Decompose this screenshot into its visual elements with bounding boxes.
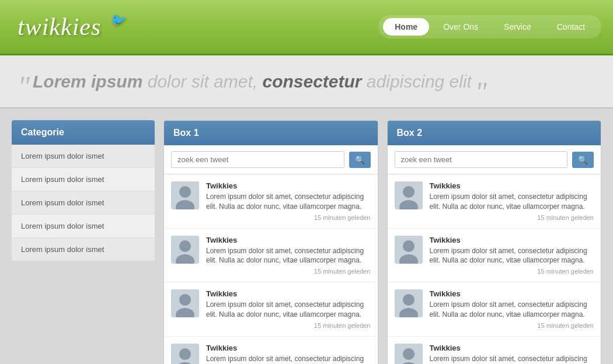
tweet-content: Twikkies Lorem ipsum dolor sit amet, con… (206, 236, 371, 275)
svg-point-7 (179, 294, 191, 306)
tweet-time: 15 minuten geleden (430, 268, 594, 275)
tweet-name: Twikkies (430, 236, 594, 244)
box2-tweet-3: Twikkies Lorem ipsum dolor sit amet, con… (388, 282, 601, 337)
svg-point-4 (179, 240, 191, 252)
quote-banner: "Lorem ipsum dolor sit amet, consectetur… (0, 55, 613, 108)
avatar (171, 289, 199, 317)
avatar-icon (395, 289, 423, 317)
sidebar-item-2[interactable]: Lorem ipsum dolor ismet (12, 168, 155, 191)
tweet-time: 15 minuten geleden (206, 214, 371, 221)
avatar (395, 236, 423, 264)
quote-part2: dolor sit amet, (142, 72, 262, 91)
nav-over-ons[interactable]: Over Ons (431, 18, 490, 36)
box2-tweet-1: Twikkies Lorem ipsum dolor sit amet, con… (388, 174, 601, 229)
svg-point-13 (403, 186, 415, 198)
svg-point-22 (403, 348, 415, 360)
logo-text: twikkies (18, 13, 101, 40)
avatar (395, 181, 423, 209)
tweet-name: Twikkies (430, 181, 594, 190)
box2-search-input[interactable] (395, 151, 568, 168)
avatar-icon (395, 236, 423, 264)
tweet-time: 15 minuten geleden (430, 322, 594, 329)
tweet-text: Lorem ipsum dolor sit amet, consectetur … (430, 192, 594, 212)
nav-contact[interactable]: Contact (545, 18, 597, 36)
tweet-content: Twikkies Lorem ipsum dolor sit amet, con… (206, 181, 371, 221)
tweet-text: Lorem ipsum dolor sit amet, consectetur … (206, 354, 371, 364)
bird-icon: 🐦 (109, 13, 126, 28)
quote-part3: consectetur (262, 72, 361, 91)
main-content: Categorie Lorem ipsum dolor ismet Lorem … (0, 108, 613, 364)
avatar-icon (395, 181, 423, 209)
avatar (171, 181, 199, 209)
svg-point-1 (179, 186, 191, 198)
main-nav: Home Over Ons Service Contact (378, 15, 601, 38)
box1-tweet-4: Twikkies Lorem ipsum dolor sit amet, con… (164, 337, 378, 364)
quote-part4: adipiscing elit (362, 72, 472, 91)
tweet-name: Twikkies (430, 344, 594, 352)
tweet-content: Twikkies Lorem ipsum dolor sit amet, con… (206, 289, 371, 329)
sidebar-item-1[interactable]: Lorem ipsum dolor ismet (12, 145, 155, 168)
box1-tweet-1: Twikkies Lorem ipsum dolor sit amet, con… (164, 174, 378, 229)
sidebar-item-4[interactable]: Lorem ipsum dolor ismet (12, 215, 155, 238)
tweet-time: 15 minuten geleden (206, 268, 371, 275)
avatar (171, 236, 199, 264)
box2-tweet-2: Twikkies Lorem ipsum dolor sit amet, con… (388, 229, 601, 283)
avatar-icon (171, 236, 199, 264)
sidebar-item-5[interactable]: Lorem ipsum dolor ismet (12, 238, 155, 261)
avatar-icon (171, 181, 199, 209)
box1-tweet-2: Twikkies Lorem ipsum dolor sit amet, con… (164, 229, 378, 283)
box2-search-bar: 🔍 (388, 145, 601, 174)
sidebar: Categorie Lorem ipsum dolor ismet Lorem … (12, 120, 155, 364)
box1-search-bar: 🔍 (164, 145, 378, 174)
quote-open: " (18, 70, 30, 103)
sidebar-header: Categorie (12, 120, 155, 145)
tweet-text: Lorem ipsum dolor sit amet, consectetur … (430, 354, 594, 364)
tweet-text: Lorem ipsum dolor sit amet, consectetur … (206, 192, 371, 212)
tweet-text: Lorem ipsum dolor sit amet, consectetur … (430, 300, 594, 320)
box1-search-input[interactable] (171, 151, 344, 168)
sidebar-item-3[interactable]: Lorem ipsum dolor ismet (12, 191, 155, 215)
tweet-content: Twikkies Lorem ipsum dolor sit amet, con… (430, 181, 594, 221)
avatar (395, 344, 423, 364)
tweet-name: Twikkies (206, 344, 371, 352)
nav-service[interactable]: Service (492, 18, 543, 36)
tweet-name: Twikkies (206, 181, 371, 190)
quote-part1: Lorem ipsum (33, 72, 142, 91)
tweet-content: Twikkies Lorem ipsum dolor sit amet, con… (430, 289, 594, 329)
quote-close: " (475, 76, 487, 108)
header: twikkies 🐦 Home Over Ons Service Contact (0, 0, 613, 55)
box2-header: Box 2 (388, 121, 601, 145)
avatar-icon (171, 344, 199, 364)
box2-tweet-4: Twikkies Lorem ipsum dolor sit amet, con… (388, 337, 601, 364)
avatar-icon (171, 289, 199, 317)
tweet-time: 15 minuten geleden (206, 322, 371, 329)
tweet-text: Lorem ipsum dolor sit amet, consectetur … (206, 300, 371, 320)
tweet-name: Twikkies (206, 236, 371, 244)
tweet-content: Twikkies Lorem ipsum dolor sit amet, con… (430, 236, 594, 275)
svg-point-19 (403, 294, 415, 306)
tweet-text: Lorem ipsum dolor sit amet, consectetur … (206, 246, 371, 266)
box2-search-button[interactable]: 🔍 (572, 152, 594, 168)
avatar (395, 289, 423, 317)
nav-home[interactable]: Home (383, 18, 429, 36)
avatar (171, 344, 199, 364)
svg-point-10 (179, 348, 191, 360)
avatar-icon (395, 344, 423, 364)
tweet-text: Lorem ipsum dolor sit amet, consectetur … (430, 246, 594, 266)
svg-point-16 (403, 240, 415, 252)
tweet-name: Twikkies (430, 289, 594, 298)
box2: Box 2 🔍 Twikkies Lorem ipsum dolor sit a… (387, 120, 602, 364)
box1-header: Box 1 (164, 121, 378, 145)
box1-search-button[interactable]: 🔍 (349, 152, 371, 168)
box1-tweet-3: Twikkies Lorem ipsum dolor sit amet, con… (164, 282, 378, 337)
tweet-time: 15 minuten geleden (430, 214, 594, 221)
tweet-name: Twikkies (206, 289, 371, 298)
tweet-content: Twikkies Lorem ipsum dolor sit amet, con… (206, 344, 371, 364)
quote-text: "Lorem ipsum dolor sit amet, consectetur… (18, 70, 487, 93)
box1: Box 1 🔍 Twikkies Lorem ipsum dolor sit a… (163, 120, 378, 364)
logo: twikkies 🐦 (18, 13, 126, 41)
tweet-content: Twikkies Lorem ipsum dolor sit amet, con… (430, 344, 594, 364)
